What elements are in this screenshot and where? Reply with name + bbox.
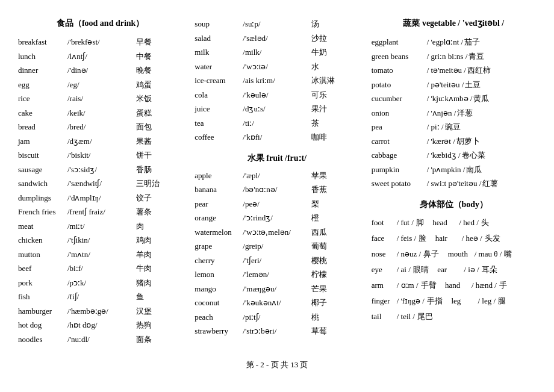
chinese: 鸡肉	[136, 234, 152, 246]
chinese: 饼干	[136, 149, 152, 161]
list-item: lunch/lʌntʃ/中餐	[18, 51, 182, 63]
phonetic: /'dinə/	[67, 64, 134, 76]
chinese: 肉	[136, 220, 144, 232]
word: cabbage	[372, 149, 426, 161]
phonetic: / 'kærət /	[427, 135, 455, 148]
chinese: 薯条	[136, 206, 152, 218]
word: bread	[18, 121, 65, 133]
phonetic: /frentʃ fraiz/	[67, 206, 134, 218]
phonetic-left: / fut /	[397, 216, 414, 229]
chinese: 早餐	[136, 36, 152, 48]
chinese: 青豆	[468, 51, 484, 63]
phonetic-right: / hænd /	[472, 279, 497, 292]
phonetic-right: / leg /	[478, 294, 496, 308]
word: green beans	[372, 51, 426, 63]
phonetic-left: / feis /	[397, 232, 417, 245]
chinese: 蛋糕	[136, 107, 152, 119]
phonetic-right: / mau θ /	[475, 247, 502, 261]
list-item: mango/'mæŋgəu/芒果	[195, 283, 359, 295]
list-item: juice/dʒuːs/果汁	[195, 103, 359, 115]
chinese: 果酱	[136, 135, 152, 148]
list-item: watermelon/'wɔːtəˌmelən/西瓜	[195, 226, 359, 238]
word: lemon	[195, 269, 240, 281]
chinese: 桃	[311, 311, 319, 323]
list-item: hot dog/hɒt dɒg/热狗	[18, 319, 182, 331]
list-item: carrot/ 'kærət / 胡萝卜	[372, 135, 536, 148]
fruit-list: apple/'æpl/苹果banana/bə'nɑːnə/香蕉pear/peə/…	[195, 170, 359, 337]
word: soup	[195, 18, 240, 30]
chinese-right: 嘴	[504, 247, 512, 261]
phonetic: /hɒt dɒg/	[67, 319, 134, 331]
phonetic: /suːp/	[243, 18, 309, 30]
phonetic: / 'egplɑːnt /	[427, 36, 464, 48]
phonetic: /'æpl/	[243, 170, 309, 182]
word: grape	[195, 240, 240, 252]
chinese: 三明治	[136, 178, 160, 190]
chinese: 苹果	[311, 170, 327, 182]
word-left: tail	[372, 310, 394, 323]
phonetic: /'biskit/	[67, 149, 134, 161]
list-item: onion/ 'ʌnjən / 洋葱	[372, 107, 536, 119]
chinese: 沙拉	[311, 33, 327, 45]
chinese: 芒果	[311, 283, 327, 295]
list-item: biscuit/'biskit/饼干	[18, 149, 182, 161]
word: pork	[18, 277, 65, 289]
word-left: nose	[372, 247, 394, 261]
chinese: 茄子	[464, 36, 480, 48]
chinese: 椰子	[311, 297, 327, 309]
food-column: 食品（food and drink） breakfast/'brekfəst/早…	[12, 18, 188, 347]
word: rice	[18, 93, 65, 105]
list-item: nose/ nəuz / 鼻子 mouth/ mau θ / 嘴	[372, 247, 536, 261]
chinese: 胡萝卜	[456, 135, 480, 148]
list-item: tomato/ tə'meitəu / 西红柿	[372, 64, 536, 76]
list-item: cake/keik/蛋糕	[18, 107, 182, 119]
chinese-left: 鼻子	[423, 247, 439, 261]
drinks-list: soup/suːp/汤salad/'sæləd/沙拉milk/milk/牛奶wa…	[195, 18, 359, 143]
phonetic: /greip/	[243, 240, 309, 252]
word: pea	[372, 121, 426, 133]
chinese: 中餐	[136, 51, 152, 63]
list-item: breakfast/'brekfəst/早餐	[18, 36, 182, 48]
list-item: strawberry/'strɔːbəri/草莓	[195, 325, 359, 337]
chinese: 汤	[311, 18, 319, 30]
word: ice-cream	[195, 75, 240, 87]
list-item: sweet potato/ swiːt pə'teitəu / 红薯	[372, 178, 536, 190]
chinese: 鱼	[136, 291, 144, 303]
body-list: foot/ fut / 脚 head/ hed / 头face/ feis / …	[372, 216, 536, 324]
phonetic: /pɔːk/	[67, 277, 134, 289]
phonetic: /'mæŋgəu/	[243, 283, 309, 295]
word: strawberry	[195, 325, 240, 337]
word: fish	[18, 291, 65, 303]
word: egg	[18, 79, 65, 91]
word: sausage	[18, 164, 65, 176]
word: dinner	[18, 64, 65, 76]
list-item: bread/bred/面包	[18, 121, 182, 133]
list-item: milk/milk/牛奶	[195, 46, 359, 58]
food-title: 食品（food and drink）	[18, 18, 182, 29]
chinese-right: 耳朵	[482, 263, 497, 276]
chinese: 草莓	[311, 325, 327, 337]
word: potato	[372, 79, 426, 91]
chinese: 牛奶	[311, 46, 327, 58]
phonetic: /'wɔːtəˌmelən/	[243, 226, 309, 238]
word: breakfast	[18, 36, 65, 48]
phonetic: /'kɒfi/	[243, 131, 309, 143]
list-item: French fries/frentʃ fraiz/薯条	[18, 206, 182, 218]
chinese-right: 头发	[485, 232, 500, 245]
list-item: jam/dʒæm/果酱	[18, 135, 182, 148]
chinese: 土豆	[465, 79, 481, 91]
chinese-right: 手	[499, 279, 507, 292]
word-left: arm	[372, 279, 394, 292]
list-item: tail/ teil / 尾巴	[372, 310, 536, 323]
word: coffee	[195, 131, 240, 143]
phonetic-right: / iə /	[464, 263, 479, 276]
body-title: 身体部位（body）	[372, 199, 536, 210]
word: tomato	[372, 64, 426, 76]
list-item: pork/pɔːk/猪肉	[18, 277, 182, 289]
word-right: mouth	[448, 247, 472, 261]
phonetic: /'mʌtn/	[67, 249, 134, 261]
chinese: 水	[311, 61, 319, 73]
chinese: 柠檬	[311, 269, 327, 281]
word: hot dog	[18, 319, 65, 331]
list-item: meat/miːt/肉	[18, 220, 182, 232]
